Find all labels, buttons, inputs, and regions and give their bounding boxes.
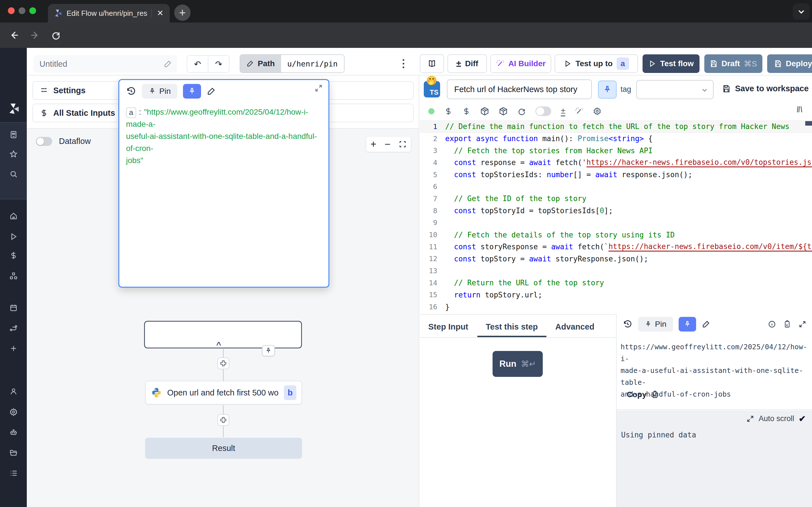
tab-search-button[interactable] [793, 3, 810, 20]
undo-button[interactable]: ↶ [187, 56, 208, 72]
library-icon[interactable] [796, 105, 805, 114]
code-line[interactable]: 11 const storyResponse = await fetch(`ht… [420, 241, 812, 253]
step-summary-input[interactable]: Fetch url of HackerNews top story [447, 79, 592, 99]
code-line[interactable]: 6 [420, 180, 812, 193]
insert-step-button[interactable] [217, 357, 229, 369]
test-flow-button[interactable]: Test flow [643, 54, 700, 73]
edit-pencil-icon[interactable] [163, 60, 172, 68]
plus-minus-icon[interactable]: ± [561, 107, 565, 116]
windmill-logo[interactable] [0, 100, 27, 117]
magic-wand-icon[interactable] [575, 107, 583, 115]
resources-dollar-icon[interactable] [462, 107, 470, 115]
pin-toggle-button[interactable]: Pin [638, 317, 673, 332]
window-close-button[interactable] [8, 7, 15, 14]
code-line[interactable]: 4 const response = await fetch('https://… [420, 157, 812, 169]
auto-scroll-control[interactable]: Auto scroll ✔ [746, 414, 806, 424]
package-icon[interactable] [499, 107, 508, 116]
code-line[interactable]: 3 // Fetch the top stories from Hacker N… [420, 145, 812, 157]
flows-route-icon[interactable] [0, 321, 27, 336]
code-line[interactable]: 9 [420, 217, 812, 229]
code-line[interactable]: 13 [420, 265, 812, 277]
tag-select[interactable] [637, 80, 714, 99]
new-tab-button[interactable]: + [174, 4, 191, 21]
clipboard-icon[interactable] [783, 320, 791, 328]
draft-button[interactable]: Draft ⌘S [704, 54, 762, 73]
package-icon[interactable] [480, 107, 489, 116]
insert-step-button[interactable] [217, 414, 229, 426]
edit-pencil-icon[interactable] [702, 320, 710, 328]
fullscreen-icon[interactable] [799, 320, 806, 328]
pinned-active-button[interactable] [679, 317, 696, 332]
pin-step-button[interactable] [598, 80, 617, 99]
code-line[interactable]: 8 const topStoryId = topStoriesIds[0]; [420, 205, 812, 217]
dataflow-toggle[interactable] [36, 137, 52, 146]
favorites-star-icon[interactable] [0, 147, 27, 162]
pin-toggle-button[interactable]: Pin [142, 84, 177, 99]
editor-toggle[interactable] [536, 107, 551, 116]
expand-icon[interactable] [314, 84, 323, 93]
diff-button[interactable]: ± Diff [448, 54, 487, 73]
code-line[interactable]: 2export async function main(): Promise<s… [420, 133, 812, 145]
user-icon[interactable] [0, 384, 27, 399]
deploy-button[interactable]: Deploy [767, 54, 812, 73]
redo-button[interactable]: ↷ [208, 56, 229, 72]
code-line[interactable]: 14 // Return the URL of the top story [420, 277, 812, 289]
zoom-out-icon[interactable]: − [385, 139, 391, 149]
test-up-to-button[interactable]: Test up to a [555, 54, 638, 73]
code-line[interactable]: 16} [420, 301, 812, 313]
refresh-icon[interactable] [517, 107, 526, 115]
flow-node-result[interactable]: Result [145, 438, 302, 459]
docs-book-button[interactable] [420, 54, 444, 73]
ai-builder-button[interactable]: AI Builder [490, 54, 551, 73]
tab-advanced[interactable]: Advanced [555, 316, 595, 337]
edit-pencil-icon[interactable] [207, 87, 216, 96]
browser-tab[interactable]: Edit Flow u/henri/pin_results ✕ [48, 4, 170, 22]
save-to-workspace-button[interactable]: Save to workspace [722, 84, 809, 93]
fit-view-icon[interactable] [399, 140, 407, 148]
tab-close-icon[interactable]: ✕ [156, 9, 165, 17]
settings-gear-icon[interactable] [0, 404, 27, 420]
settings-gear-icon[interactable] [593, 107, 601, 115]
forward-icon[interactable] [29, 29, 41, 41]
back-icon[interactable] [8, 29, 20, 41]
app-switcher-icon[interactable] [0, 127, 27, 142]
search-icon[interactable] [0, 166, 27, 182]
window-minimize-button[interactable] [18, 7, 26, 14]
flow-node-a[interactable] [144, 321, 302, 348]
create-plus-icon[interactable] [0, 341, 27, 356]
tab-step-input[interactable]: Step Input [428, 316, 468, 337]
audit-logs-icon[interactable] [0, 466, 27, 481]
zoom-in-icon[interactable]: + [370, 139, 376, 149]
window-zoom-button[interactable] [29, 7, 36, 14]
collapse-chevron-icon[interactable]: ^ [216, 340, 221, 349]
run-button[interactable]: Run ⌘↵ [493, 351, 543, 377]
schedules-calendar-icon[interactable] [0, 300, 27, 316]
home-icon[interactable] [0, 209, 27, 224]
workers-robot-icon[interactable] [0, 425, 27, 440]
copy-button[interactable]: Copy [627, 390, 659, 399]
resources-hub-icon[interactable] [0, 269, 27, 284]
path-control[interactable]: Path u/henri/pin [240, 54, 345, 73]
flow-name-input[interactable]: Untitled [33, 55, 177, 73]
flow-node-b[interactable]: Open url and fetch first 500 words of ..… [145, 381, 302, 404]
variables-dollar-icon[interactable] [0, 248, 27, 263]
runs-play-icon[interactable] [0, 229, 27, 244]
code-line[interactable]: 7 // Get the ID of the top story [420, 193, 812, 205]
code-editor[interactable]: 1// Define the main function to fetch th… [420, 121, 812, 314]
path-edit-button[interactable]: Path [240, 55, 281, 72]
variables-dollar-icon[interactable] [444, 107, 453, 115]
reload-icon[interactable] [50, 29, 62, 41]
node-a-pin-badge[interactable] [262, 345, 275, 356]
code-line[interactable]: 10 // Fetch the details of the top story… [420, 229, 812, 241]
more-options-icon[interactable] [400, 56, 407, 71]
code-line[interactable]: 15 return topStory.url; [420, 289, 812, 301]
tab-test-this-step[interactable]: Test this step [486, 316, 538, 337]
pinned-active-button[interactable] [183, 84, 201, 99]
code-line[interactable]: 5 const topStoriesIds: number[] = await … [420, 169, 812, 181]
history-icon[interactable] [126, 86, 136, 96]
code-line[interactable]: 12 const topStory = await storyResponse.… [420, 253, 812, 265]
code-line[interactable]: 1// Define the main function to fetch th… [420, 121, 812, 133]
help-icon[interactable] [0, 504, 27, 507]
info-icon[interactable] [768, 320, 776, 328]
folders-icon[interactable] [0, 445, 27, 460]
